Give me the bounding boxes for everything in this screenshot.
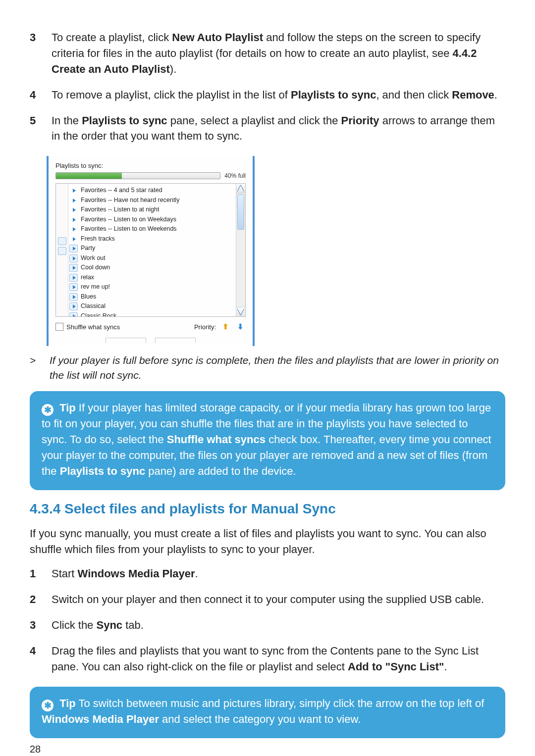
section-heading: 4.3.4 Select files and playlists for Man… xyxy=(30,501,505,517)
tip-body: If your player has limited storage capac… xyxy=(42,402,491,477)
playlist-row[interactable]: rev me up! xyxy=(68,282,236,292)
playlist-play-icon xyxy=(69,206,78,214)
playlist-row[interactable]: relax xyxy=(68,273,236,283)
numbered-steps-b: 1Start Windows Media Player.2Switch on y… xyxy=(30,566,505,674)
dialog-button[interactable] xyxy=(106,338,146,343)
numbered-steps-a: 3To create a playlist, click New Auto Pl… xyxy=(30,30,505,144)
step-item: 1Start Windows Media Player. xyxy=(30,566,505,582)
tip-box-library-switch: ✱ Tip To switch between music and pictur… xyxy=(30,687,505,738)
tip-body: To switch between music and pictures lib… xyxy=(42,697,484,725)
step-text: In the Playlists to sync pane, select a … xyxy=(52,113,505,145)
step-item: 3To create a playlist, click New Auto Pl… xyxy=(30,30,505,77)
scroll-thumb[interactable] xyxy=(237,194,244,230)
playlist-play-icon xyxy=(69,302,78,310)
priority-note: > If your player is full before sync is … xyxy=(30,353,505,382)
playlist-row[interactable]: Favorites -- Listen to at night xyxy=(68,205,236,215)
playlist-row[interactable]: Work out xyxy=(68,253,236,263)
playlist-label: Classical xyxy=(81,302,106,311)
step-text: Click the Sync tab. xyxy=(52,617,505,633)
step-text: Drag the files and playlists that you wa… xyxy=(52,643,505,675)
playlists-sync-title: Playlists to sync: xyxy=(55,162,246,169)
tip-icon: ✱ xyxy=(42,404,54,416)
priority-down-button[interactable]: ⬇ xyxy=(235,322,246,332)
playlist-label: Favorites -- Have not heard recently xyxy=(81,196,179,205)
playlist-label: Favorites -- 4 and 5 star rated xyxy=(81,186,162,195)
capacity-row: 40% full xyxy=(55,172,246,179)
playlists-sync-screenshot: Playlists to sync: 40% full Favorites --… xyxy=(47,156,505,346)
shuffle-what-syncs-checkbox[interactable]: Shuffle what syncs xyxy=(55,323,120,331)
playlist-play-icon xyxy=(69,274,78,282)
playlist-label: Fresh tracks xyxy=(81,235,115,244)
step-number: 4 xyxy=(30,87,41,103)
playlists-listbox[interactable]: Favorites -- 4 and 5 star ratedFavorites… xyxy=(55,183,246,317)
playlist-play-icon xyxy=(69,225,78,233)
playlist-row[interactable]: Favorites -- 4 and 5 star rated xyxy=(68,186,236,196)
playlist-play-icon xyxy=(69,245,78,252)
step-number: 2 xyxy=(30,592,41,607)
playlist-play-icon xyxy=(69,187,78,195)
step-number: 4 xyxy=(30,643,41,675)
section-intro: If you sync manually, you must create a … xyxy=(30,526,505,557)
dialog-buttons-row xyxy=(55,338,246,343)
playlist-play-icon xyxy=(69,235,78,243)
step-item: 5In the Playlists to sync pane, select a… xyxy=(30,113,505,145)
playlist-play-icon xyxy=(69,283,78,291)
list-gutter xyxy=(56,184,68,316)
scroll-up-button[interactable]: ╱╲ xyxy=(236,184,245,193)
note-text: If your player is full before sync is co… xyxy=(50,353,505,382)
step-text: To create a playlist, click New Auto Pla… xyxy=(52,30,505,77)
step-text: Switch on your player and then connect i… xyxy=(52,592,505,607)
playlist-label: Classic Rock xyxy=(81,312,116,317)
checkbox-box[interactable] xyxy=(55,323,63,331)
playlist-label: Work out xyxy=(81,254,106,263)
playlist-row[interactable]: Favorites -- Listen to on Weekends xyxy=(68,224,236,234)
tip-label: Tip xyxy=(59,402,76,414)
playlist-play-icon xyxy=(69,293,78,301)
playlist-play-icon xyxy=(69,312,78,317)
tip-icon: ✱ xyxy=(42,700,54,711)
dialog-button[interactable] xyxy=(155,338,196,343)
playlist-row[interactable]: Classical xyxy=(68,302,236,311)
playlist-row[interactable]: Blues xyxy=(68,292,236,302)
playlist-play-icon xyxy=(69,216,78,224)
playlist-row[interactable]: Favorites -- Have not heard recently xyxy=(68,196,236,205)
playlist-play-icon xyxy=(69,197,78,204)
step-number: 5 xyxy=(30,113,41,145)
scrollbar[interactable]: ╱╲ ╲╱ xyxy=(236,184,245,316)
playlist-row[interactable]: Cool down xyxy=(68,263,236,273)
playlist-label: Favorites -- Listen to at night xyxy=(81,205,159,214)
playlist-label: rev me up! xyxy=(81,283,110,292)
shuffle-label: Shuffle what syncs xyxy=(66,323,120,331)
playlist-row[interactable]: Classic Rock xyxy=(68,311,236,317)
playlist-label: Party xyxy=(81,244,95,253)
priority-up-button[interactable]: ⬆ xyxy=(220,322,231,332)
step-text: To remove a playlist, click the playlist… xyxy=(52,87,505,103)
step-number: 3 xyxy=(30,30,41,77)
priority-label: Priority: xyxy=(194,323,216,331)
playlist-label: Favorites -- Listen to on Weekends xyxy=(81,225,177,234)
step-item: 2Switch on your player and then connect … xyxy=(30,592,505,607)
playlist-label: Favorites -- Listen to on Weekdays xyxy=(81,215,176,224)
playlist-play-icon xyxy=(69,254,78,262)
playlist-row[interactable]: Favorites -- Listen to on Weekdays xyxy=(68,215,236,225)
playlist-label: relax xyxy=(81,273,94,282)
playlist-play-icon xyxy=(69,264,78,272)
scroll-down-button[interactable]: ╲╱ xyxy=(236,307,245,316)
playlist-row[interactable]: Party xyxy=(68,244,236,253)
capacity-label: 40% full xyxy=(224,172,246,179)
tip-label: Tip xyxy=(59,697,76,709)
playlist-row[interactable]: Fresh tracks xyxy=(68,234,236,244)
step-text: Start Windows Media Player. xyxy=(52,566,505,582)
step-item: 3Click the Sync tab. xyxy=(30,617,505,633)
page-number: 28 xyxy=(30,744,41,755)
playlist-label: Blues xyxy=(81,293,96,302)
step-item: 4To remove a playlist, click the playlis… xyxy=(30,87,505,103)
step-item: 4Drag the files and playlists that you w… xyxy=(30,643,505,675)
tip-box-shuffle: ✱ Tip If your player has limited storage… xyxy=(30,391,505,490)
capacity-bar xyxy=(55,172,220,179)
step-number: 3 xyxy=(30,617,41,633)
note-bullet: > xyxy=(30,353,41,382)
step-number: 1 xyxy=(30,566,41,582)
playlist-label: Cool down xyxy=(81,263,110,272)
